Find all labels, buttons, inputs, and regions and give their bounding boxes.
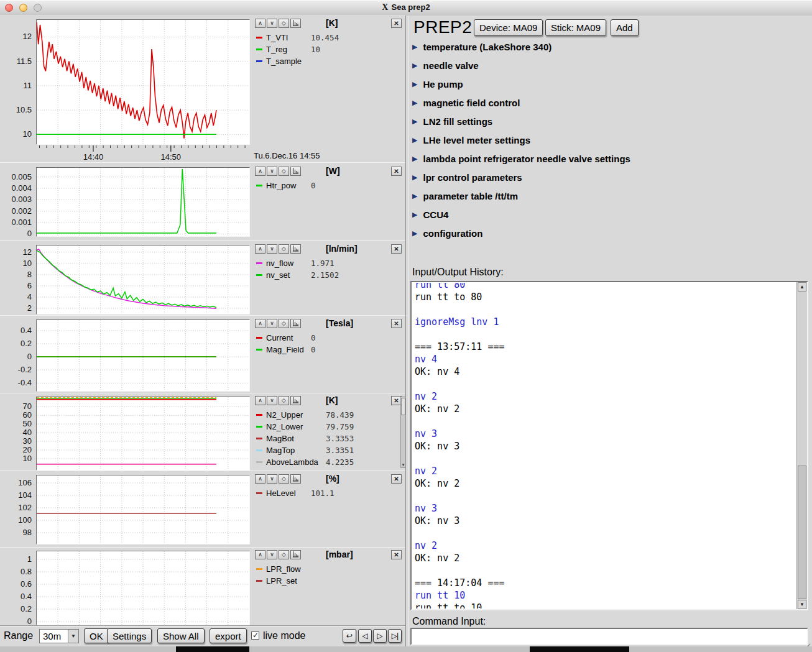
y-tick-label: 11 <box>0 81 32 90</box>
tree-item[interactable]: ▶LN2 fill settings <box>412 114 492 129</box>
log-scale-button[interactable] <box>290 474 301 484</box>
history-output-line <box>415 490 795 502</box>
shift-down-button[interactable]: ∨ <box>267 396 277 405</box>
close-chart-button[interactable]: ✕ <box>391 319 402 328</box>
command-input[interactable] <box>410 628 808 645</box>
plot-temperature[interactable] <box>36 19 250 145</box>
log-scale-button[interactable] <box>290 396 301 405</box>
autoscale-button[interactable]: ◇ <box>279 474 289 484</box>
plot-needle-valve[interactable] <box>36 245 250 315</box>
autoscale-button[interactable]: ◇ <box>279 396 289 405</box>
chart-row-needle-valve: 12108642∧∨◇[ln/min]✕nv_flow1.971nv_set2.… <box>0 240 406 316</box>
legend-entry: nv_flow1.971 <box>256 257 334 269</box>
range-select[interactable]: 30m ▼ <box>39 629 79 643</box>
log-scale-button[interactable] <box>290 244 301 254</box>
close-chart-button[interactable]: ✕ <box>391 19 402 28</box>
close-chart-button[interactable]: ✕ <box>391 244 402 254</box>
legend-toolbar: ∧∨◇[Tesla] <box>255 319 353 328</box>
y-tick-label: 0.4 <box>0 592 32 601</box>
shift-down-button[interactable]: ∨ <box>267 167 277 176</box>
shift-down-button[interactable]: ∨ <box>267 319 277 328</box>
step-left-button[interactable]: ◁ <box>358 629 372 643</box>
tree-item[interactable]: ▶magnetic field control <box>412 95 520 110</box>
shift-up-button[interactable]: ∧ <box>255 244 265 254</box>
tree-item[interactable]: ▶parameter table /tt/tm <box>412 188 518 203</box>
shift-up-button[interactable]: ∧ <box>255 167 265 176</box>
scroll-up-icon[interactable]: ▲ <box>798 282 806 292</box>
y-tick-label: 0.005 <box>0 172 32 181</box>
expand-triangle-icon: ▶ <box>412 76 417 91</box>
history-command-line: nv 4 <box>415 353 795 365</box>
shift-down-button[interactable]: ∨ <box>267 244 277 254</box>
history-command-line: nv 2 <box>415 390 795 403</box>
settings-button[interactable]: Settings <box>107 628 152 643</box>
autoscale-button[interactable]: ◇ <box>279 19 289 28</box>
log-scale-button[interactable] <box>290 550 301 559</box>
y-tick-label: 0.004 <box>0 183 32 193</box>
shift-up-button[interactable]: ∧ <box>255 19 265 28</box>
history-output-line: OK: nv 3 <box>415 440 795 452</box>
scrollbar-thumb[interactable] <box>401 398 405 415</box>
legend-series-name: Htr_pow <box>266 181 311 190</box>
autoscale-button[interactable]: ◇ <box>279 319 289 328</box>
autoscale-button[interactable]: ◇ <box>279 244 289 254</box>
jump-to-end-button[interactable]: ▷| <box>388 629 402 643</box>
plot-lpr-pressure[interactable] <box>36 551 250 625</box>
scrollbar-thumb[interactable] <box>798 466 806 599</box>
tree-item[interactable]: ▶configuration <box>412 226 482 241</box>
y-tick-label: 10 <box>0 454 32 463</box>
chart-timestamp: Tu.6.Dec.16 14:55 <box>254 151 320 160</box>
device-button[interactable]: Device: MA09 <box>474 19 543 36</box>
close-chart-button[interactable]: ✕ <box>391 550 402 559</box>
autoscale-button[interactable]: ◇ <box>279 167 289 176</box>
tree-item[interactable]: ▶temperature (LakeShore 340) <box>412 39 551 54</box>
plot-cryo-temperatures[interactable] <box>36 397 250 471</box>
tree-item[interactable]: ▶lambda point refrigerator needle valve … <box>412 151 630 166</box>
history-output-line: OK: nv 2 <box>415 477 795 490</box>
tree-item[interactable]: ▶He pump <box>412 76 463 91</box>
expand-triangle-icon: ▶ <box>412 226 417 241</box>
plot-helium-level[interactable] <box>36 475 250 544</box>
scroll-down-icon[interactable]: ▾ <box>401 462 405 467</box>
ok-button[interactable]: OK <box>84 628 109 643</box>
log-scale-button[interactable] <box>290 319 301 328</box>
history-scrollbar[interactable]: ▲ ▼ <box>796 282 807 609</box>
expand-triangle-icon: ▶ <box>412 188 417 203</box>
jump-to-start-button[interactable]: ↩ <box>343 629 356 643</box>
expand-triangle-icon: ▶ <box>412 207 417 222</box>
tree-item-label: configuration <box>423 228 482 239</box>
y-tick-label: -0.2 <box>0 365 32 374</box>
y-tick-label: 0 <box>0 617 32 626</box>
shift-down-button[interactable]: ∨ <box>267 474 277 484</box>
shift-up-button[interactable]: ∧ <box>255 474 265 484</box>
close-chart-button[interactable]: ✕ <box>391 167 402 176</box>
export-button[interactable]: export <box>210 628 247 643</box>
show-all-button[interactable]: Show All <box>157 628 205 643</box>
legend-series-name: N2_Lower <box>266 422 326 431</box>
plot-heater-power[interactable] <box>36 167 250 237</box>
tree-item[interactable]: ▶needle valve <box>412 58 479 73</box>
log-scale-button[interactable] <box>290 19 301 28</box>
log-scale-button[interactable] <box>290 167 301 176</box>
unit-label: [mbar] <box>326 550 353 559</box>
tree-item[interactable]: ▶CCU4 <box>412 207 448 222</box>
shift-up-button[interactable]: ∧ <box>255 550 265 559</box>
history-box[interactable]: run tt 80run tt to 80 ignoreMsg lnv 1 ==… <box>410 281 808 610</box>
autoscale-button[interactable]: ◇ <box>279 550 289 559</box>
shift-down-button[interactable]: ∨ <box>267 550 277 559</box>
scroll-down-icon[interactable]: ▼ <box>798 600 806 609</box>
tree-item[interactable]: ▶LHe level meter settings <box>412 132 530 147</box>
shift-up-button[interactable]: ∧ <box>255 319 265 328</box>
step-right-button[interactable]: ▷ <box>373 629 387 643</box>
stick-button[interactable]: Stick: MA09 <box>545 19 606 36</box>
y-tick-label: 0 <box>0 352 32 361</box>
close-chart-button[interactable]: ✕ <box>391 474 402 484</box>
tree-item-label: lambda point refrigerator needle valve s… <box>423 154 630 164</box>
live-mode-checkbox[interactable]: ✓ <box>251 631 259 640</box>
history-command-line: nv 2 <box>415 540 795 552</box>
shift-up-button[interactable]: ∧ <box>255 396 265 405</box>
add-button[interactable]: Add <box>611 19 639 36</box>
plot-magnetic-field[interactable] <box>36 319 250 392</box>
tree-item[interactable]: ▶lpr control parameters <box>412 170 522 185</box>
shift-down-button[interactable]: ∨ <box>267 19 277 28</box>
